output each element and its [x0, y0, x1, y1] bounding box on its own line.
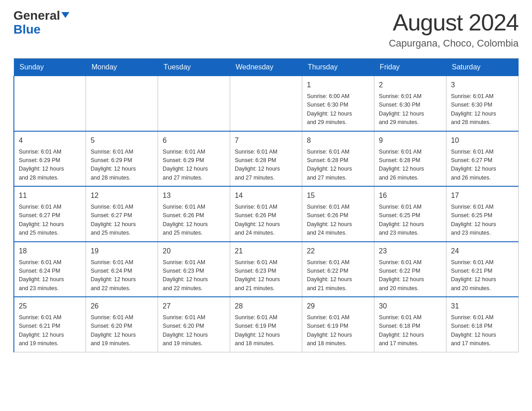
day-info: Sunrise: 6:01 AM Sunset: 6:25 PM Dayligh…	[379, 203, 442, 238]
calendar-cell: 4Sunrise: 6:01 AM Sunset: 6:29 PM Daylig…	[14, 131, 86, 187]
day-info: Sunrise: 6:01 AM Sunset: 6:19 PM Dayligh…	[307, 313, 369, 348]
calendar-cell: 31Sunrise: 6:01 AM Sunset: 6:18 PM Dayli…	[446, 297, 519, 352]
weekday-header: Saturday	[446, 59, 519, 76]
calendar-cell: 9Sunrise: 6:01 AM Sunset: 6:28 PM Daylig…	[374, 131, 446, 187]
calendar-cell: 2Sunrise: 6:01 AM Sunset: 6:30 PM Daylig…	[374, 76, 446, 131]
day-number: 26	[90, 301, 153, 312]
calendar-cell	[158, 76, 230, 131]
calendar-week-row: 1Sunrise: 6:00 AM Sunset: 6:30 PM Daylig…	[14, 76, 519, 131]
day-info: Sunrise: 6:01 AM Sunset: 6:26 PM Dayligh…	[307, 203, 369, 238]
weekday-header: Tuesday	[158, 59, 230, 76]
day-number: 8	[307, 135, 369, 146]
calendar-header-row: SundayMondayTuesdayWednesdayThursdayFrid…	[14, 59, 519, 76]
day-number: 7	[235, 135, 297, 146]
calendar-cell	[230, 76, 302, 131]
calendar-cell: 20Sunrise: 6:01 AM Sunset: 6:23 PM Dayli…	[158, 242, 230, 297]
day-number: 29	[307, 301, 369, 312]
month-title: August 2024	[389, 9, 519, 36]
day-number: 9	[379, 135, 442, 146]
day-info: Sunrise: 6:01 AM Sunset: 6:28 PM Dayligh…	[379, 148, 442, 183]
day-number: 5	[90, 135, 153, 146]
calendar-week-row: 4Sunrise: 6:01 AM Sunset: 6:29 PM Daylig…	[14, 131, 519, 187]
day-number: 27	[163, 301, 225, 312]
calendar-cell: 17Sunrise: 6:01 AM Sunset: 6:25 PM Dayli…	[446, 186, 519, 242]
calendar-cell: 16Sunrise: 6:01 AM Sunset: 6:25 PM Dayli…	[374, 186, 446, 242]
day-number: 16	[379, 190, 442, 201]
calendar-cell	[86, 76, 158, 131]
day-number: 25	[19, 301, 81, 312]
day-info: Sunrise: 6:01 AM Sunset: 6:20 PM Dayligh…	[163, 313, 225, 348]
logo: General Blue	[13, 9, 69, 37]
day-info: Sunrise: 6:01 AM Sunset: 6:20 PM Dayligh…	[90, 313, 153, 348]
day-info: Sunrise: 6:01 AM Sunset: 6:29 PM Dayligh…	[90, 148, 153, 183]
day-info: Sunrise: 6:01 AM Sunset: 6:22 PM Dayligh…	[379, 258, 442, 293]
day-info: Sunrise: 6:01 AM Sunset: 6:18 PM Dayligh…	[379, 313, 442, 348]
calendar-cell: 19Sunrise: 6:01 AM Sunset: 6:24 PM Dayli…	[86, 242, 158, 297]
calendar-cell: 22Sunrise: 6:01 AM Sunset: 6:22 PM Dayli…	[302, 242, 374, 297]
calendar-cell: 3Sunrise: 6:01 AM Sunset: 6:30 PM Daylig…	[446, 76, 519, 131]
calendar-week-row: 25Sunrise: 6:01 AM Sunset: 6:21 PM Dayli…	[14, 297, 519, 352]
calendar-cell: 21Sunrise: 6:01 AM Sunset: 6:23 PM Dayli…	[230, 242, 302, 297]
calendar-cell: 5Sunrise: 6:01 AM Sunset: 6:29 PM Daylig…	[86, 131, 158, 187]
title-section: August 2024 Capurgana, Choco, Colombia	[389, 9, 519, 49]
day-info: Sunrise: 6:01 AM Sunset: 6:24 PM Dayligh…	[90, 258, 153, 293]
day-info: Sunrise: 6:01 AM Sunset: 6:29 PM Dayligh…	[19, 148, 81, 183]
day-number: 31	[451, 301, 514, 312]
day-number: 28	[235, 301, 297, 312]
calendar-cell: 11Sunrise: 6:01 AM Sunset: 6:27 PM Dayli…	[14, 186, 86, 242]
calendar-cell: 1Sunrise: 6:00 AM Sunset: 6:30 PM Daylig…	[302, 76, 374, 131]
day-info: Sunrise: 6:01 AM Sunset: 6:21 PM Dayligh…	[451, 258, 514, 293]
calendar-cell: 29Sunrise: 6:01 AM Sunset: 6:19 PM Dayli…	[302, 297, 374, 352]
day-number: 22	[307, 246, 369, 257]
day-number: 21	[235, 246, 297, 257]
calendar-cell: 8Sunrise: 6:01 AM Sunset: 6:28 PM Daylig…	[302, 131, 374, 187]
day-number: 20	[163, 246, 225, 257]
day-number: 17	[451, 190, 514, 201]
day-info: Sunrise: 6:01 AM Sunset: 6:28 PM Dayligh…	[235, 148, 297, 183]
day-info: Sunrise: 6:01 AM Sunset: 6:27 PM Dayligh…	[90, 203, 153, 238]
day-number: 12	[90, 190, 153, 201]
weekday-header: Sunday	[14, 59, 86, 76]
calendar-cell: 14Sunrise: 6:01 AM Sunset: 6:26 PM Dayli…	[230, 186, 302, 242]
day-info: Sunrise: 6:01 AM Sunset: 6:22 PM Dayligh…	[307, 258, 369, 293]
day-number: 10	[451, 135, 514, 146]
day-number: 15	[307, 190, 369, 201]
calendar-cell: 6Sunrise: 6:01 AM Sunset: 6:29 PM Daylig…	[158, 131, 230, 187]
calendar-cell: 25Sunrise: 6:01 AM Sunset: 6:21 PM Dayli…	[14, 297, 86, 352]
day-info: Sunrise: 6:01 AM Sunset: 6:24 PM Dayligh…	[19, 258, 81, 293]
day-number: 19	[90, 246, 153, 257]
calendar-cell: 28Sunrise: 6:01 AM Sunset: 6:19 PM Dayli…	[230, 297, 302, 352]
day-number: 2	[379, 80, 442, 90]
day-number: 13	[163, 190, 225, 201]
logo-text: General	[13, 9, 69, 23]
calendar-week-row: 18Sunrise: 6:01 AM Sunset: 6:24 PM Dayli…	[14, 242, 519, 297]
day-number: 1	[307, 80, 369, 90]
day-info: Sunrise: 6:01 AM Sunset: 6:26 PM Dayligh…	[163, 203, 225, 238]
calendar-cell: 15Sunrise: 6:01 AM Sunset: 6:26 PM Dayli…	[302, 186, 374, 242]
day-number: 4	[19, 135, 81, 146]
day-info: Sunrise: 6:01 AM Sunset: 6:30 PM Dayligh…	[379, 92, 442, 127]
weekday-header: Thursday	[302, 59, 374, 76]
day-info: Sunrise: 6:01 AM Sunset: 6:23 PM Dayligh…	[235, 258, 297, 293]
calendar-cell: 23Sunrise: 6:01 AM Sunset: 6:22 PM Dayli…	[374, 242, 446, 297]
calendar-cell: 26Sunrise: 6:01 AM Sunset: 6:20 PM Dayli…	[86, 297, 158, 352]
day-number: 6	[163, 135, 225, 146]
page-header: General Blue August 2024 Capurgana, Choc…	[13, 9, 519, 49]
calendar-cell: 12Sunrise: 6:01 AM Sunset: 6:27 PM Dayli…	[86, 186, 158, 242]
calendar-cell	[14, 76, 86, 131]
day-number: 11	[19, 190, 81, 201]
calendar-cell: 24Sunrise: 6:01 AM Sunset: 6:21 PM Dayli…	[446, 242, 519, 297]
day-number: 24	[451, 246, 514, 257]
calendar-cell: 10Sunrise: 6:01 AM Sunset: 6:27 PM Dayli…	[446, 131, 519, 187]
day-info: Sunrise: 6:01 AM Sunset: 6:26 PM Dayligh…	[235, 203, 297, 238]
logo-blue-text: Blue	[13, 23, 41, 37]
calendar-cell: 27Sunrise: 6:01 AM Sunset: 6:20 PM Dayli…	[158, 297, 230, 352]
day-info: Sunrise: 6:01 AM Sunset: 6:25 PM Dayligh…	[451, 203, 514, 238]
day-number: 23	[379, 246, 442, 257]
day-info: Sunrise: 6:01 AM Sunset: 6:30 PM Dayligh…	[451, 92, 514, 127]
calendar-table: SundayMondayTuesdayWednesdayThursdayFrid…	[13, 58, 519, 352]
calendar-cell: 30Sunrise: 6:01 AM Sunset: 6:18 PM Dayli…	[374, 297, 446, 352]
calendar-week-row: 11Sunrise: 6:01 AM Sunset: 6:27 PM Dayli…	[14, 186, 519, 242]
calendar-cell: 18Sunrise: 6:01 AM Sunset: 6:24 PM Dayli…	[14, 242, 86, 297]
day-info: Sunrise: 6:01 AM Sunset: 6:28 PM Dayligh…	[307, 148, 369, 183]
